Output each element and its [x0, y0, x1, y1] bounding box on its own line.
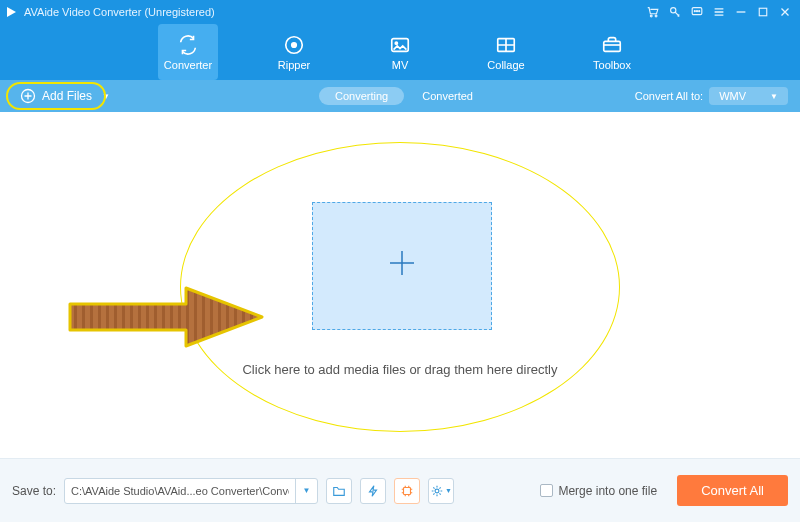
tutorial-arrow-icon — [66, 282, 266, 352]
svg-point-12 — [395, 42, 397, 44]
save-to-label: Save to: — [12, 484, 56, 498]
key-icon[interactable] — [664, 1, 686, 23]
main-nav: Converter Ripper MV Collage Toolbox — [0, 24, 800, 80]
collage-icon — [495, 34, 517, 56]
gear-icon — [430, 484, 444, 498]
nav-label: Toolbox — [593, 59, 631, 71]
merge-label: Merge into one file — [558, 484, 657, 498]
plus-circle-icon — [20, 88, 36, 104]
svg-point-6 — [696, 11, 697, 12]
maximize-button[interactable] — [752, 1, 774, 23]
svg-rect-20 — [404, 487, 411, 494]
save-path-dropdown[interactable]: ▼ — [295, 479, 317, 503]
settings-button[interactable]: ▼ — [428, 478, 454, 504]
drop-hint: Click here to add media files or drag th… — [0, 362, 800, 377]
subtabs: Converting Converted — [319, 87, 481, 105]
cart-icon[interactable] — [642, 1, 664, 23]
nav-label: Collage — [487, 59, 524, 71]
toolbox-icon — [601, 34, 623, 56]
save-path-box: ▼ — [64, 478, 318, 504]
drop-zone[interactable] — [312, 202, 492, 330]
chevron-down-icon: ▼ — [770, 92, 778, 101]
save-path-input[interactable] — [65, 485, 295, 497]
add-files-label: Add Files — [42, 89, 92, 103]
nav-converter[interactable]: Converter — [158, 24, 218, 80]
titlebar: AVAide Video Converter (Unregistered) — [0, 0, 800, 24]
app-logo-icon — [4, 5, 18, 19]
checkbox-icon — [540, 484, 553, 497]
hardware-accel-button[interactable] — [360, 478, 386, 504]
bottom-bar: Save to: ▼ ▼ Merge into one file Convert… — [0, 458, 800, 522]
svg-marker-19 — [370, 485, 377, 496]
ripper-icon — [283, 34, 305, 56]
close-button[interactable] — [774, 1, 796, 23]
nav-mv[interactable]: MV — [370, 24, 430, 80]
svg-rect-8 — [759, 8, 767, 16]
svg-point-10 — [292, 42, 297, 47]
menu-icon[interactable] — [708, 1, 730, 23]
nav-ripper[interactable]: Ripper — [264, 24, 324, 80]
mv-icon — [389, 34, 411, 56]
svg-point-2 — [655, 15, 657, 17]
convert-all-to-label: Convert All to: — [635, 90, 703, 102]
add-files-button[interactable]: Add Files ▼ — [12, 84, 118, 108]
svg-point-5 — [694, 11, 695, 12]
main-canvas: Click here to add media files or drag th… — [0, 112, 800, 458]
convert-all-button[interactable]: Convert All — [677, 475, 788, 506]
tab-converted[interactable]: Converted — [414, 87, 481, 105]
format-value: WMV — [719, 90, 746, 102]
svg-point-21 — [435, 489, 439, 493]
chevron-down-icon: ▼ — [445, 487, 452, 494]
folder-icon — [332, 484, 346, 498]
svg-marker-0 — [7, 7, 16, 17]
chip-icon — [400, 484, 414, 498]
subbar: Add Files ▼ Converting Converted Convert… — [0, 80, 800, 112]
feedback-icon[interactable] — [686, 1, 708, 23]
nav-toolbox[interactable]: Toolbox — [582, 24, 642, 80]
svg-point-1 — [650, 15, 652, 17]
lightning-icon — [366, 484, 380, 498]
tab-converting[interactable]: Converting — [319, 87, 404, 105]
high-speed-button[interactable] — [394, 478, 420, 504]
minimize-button[interactable] — [730, 1, 752, 23]
window-title: AVAide Video Converter (Unregistered) — [24, 6, 215, 18]
nav-label: Converter — [164, 59, 212, 71]
app-window: AVAide Video Converter (Unregistered) — [0, 0, 800, 522]
merge-checkbox[interactable]: Merge into one file — [540, 484, 657, 498]
plus-icon — [384, 245, 420, 288]
nav-label: MV — [392, 59, 409, 71]
nav-collage[interactable]: Collage — [476, 24, 536, 80]
svg-marker-18 — [70, 288, 262, 346]
svg-rect-14 — [604, 41, 621, 51]
chevron-down-icon: ▼ — [102, 92, 110, 101]
svg-point-7 — [699, 11, 700, 12]
output-format-select[interactable]: WMV ▼ — [709, 87, 788, 105]
converter-icon — [177, 34, 199, 56]
nav-label: Ripper — [278, 59, 310, 71]
open-folder-button[interactable] — [326, 478, 352, 504]
